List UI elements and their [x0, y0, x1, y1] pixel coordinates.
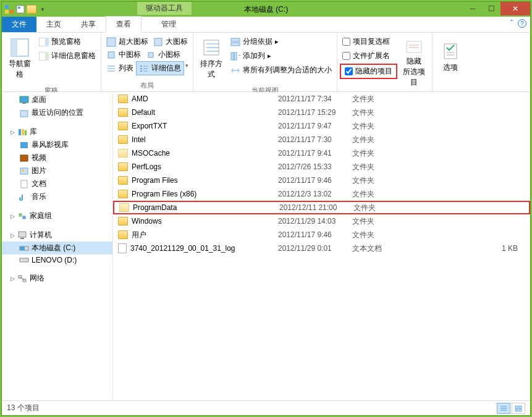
ribbon: 导航窗格 预览窗格 详细信息窗格 窗格 超大图标 大图标 中图标 小图标: [2, 33, 530, 92]
close-button[interactable]: ✕: [500, 2, 530, 15]
nav-network[interactable]: ▷网络: [2, 272, 112, 285]
folder-icon: [118, 190, 128, 198]
tab-file[interactable]: 文件: [2, 17, 36, 32]
svg-rect-54: [19, 232, 26, 237]
large-view-icon[interactable]: [512, 403, 525, 414]
svg-rect-12: [107, 38, 116, 46]
nav-desktop[interactable]: 桌面: [2, 93, 112, 106]
file-row[interactable]: AMD2012/11/17 7:34文件夹: [113, 92, 530, 106]
details-view-icon[interactable]: [497, 403, 510, 414]
folder-icon: [118, 176, 128, 185]
svg-rect-51: [21, 180, 27, 188]
file-type: 文件夹: [352, 189, 414, 200]
folder-icon: [118, 122, 128, 130]
options-button[interactable]: 选项: [435, 35, 466, 79]
nav-pane-button[interactable]: 导航窗格: [4, 35, 35, 82]
file-row[interactable]: Program Files2012/11/17 9:46文件夹: [113, 174, 530, 187]
file-ext-toggle[interactable]: 文件扩展名: [340, 49, 397, 62]
file-icon: [118, 243, 127, 253]
group-label-layout: 布局: [101, 80, 193, 91]
svg-rect-5: [18, 7, 20, 9]
file-type: 文件夹: [352, 148, 414, 159]
item-checkbox-toggle[interactable]: 项目复选框: [340, 35, 397, 48]
details-view-button[interactable]: 详细信息: [136, 61, 184, 75]
svg-rect-19: [140, 65, 142, 67]
ribbon-group-options: 选项: [433, 33, 468, 91]
nav-storm[interactable]: 暴风影视库: [2, 138, 112, 151]
folder-icon: [118, 135, 128, 144]
file-row[interactable]: Intel2012/11/17 7:30文件夹: [113, 133, 530, 146]
file-name: Program Files (x86): [132, 190, 196, 198]
tab-manage[interactable]: 管理: [151, 17, 186, 32]
svg-rect-31: [231, 53, 234, 60]
nav-music[interactable]: 音乐: [2, 190, 112, 203]
file-type: 文件夹: [352, 162, 414, 172]
nav-d-drive[interactable]: LENOVO (D:): [2, 255, 112, 266]
svg-rect-44: [19, 129, 21, 135]
folder-icon: [118, 95, 128, 103]
preview-pane-button[interactable]: 预览窗格: [36, 35, 98, 48]
medium-icons-button[interactable]: 中图标: [104, 48, 143, 61]
details-pane-button[interactable]: 详细信息窗格: [36, 49, 98, 62]
size-columns-button[interactable]: 将所有列调整为合适的大小: [228, 64, 334, 77]
ribbon-group-show-hide: 项目复选框 文件扩展名 隐藏的项目 隐藏 所选项目 显示/隐藏: [337, 33, 433, 91]
nav-computer[interactable]: ▷计算机: [2, 229, 112, 242]
svg-rect-29: [231, 38, 240, 41]
minimize-button[interactable]: ─: [463, 2, 482, 15]
tab-view[interactable]: 查看: [106, 16, 141, 33]
maximize-button[interactable]: ☐: [482, 2, 500, 15]
folder-icon: [118, 230, 128, 239]
file-list[interactable]: AMD2012/11/17 7:34文件夹Default2012/11/17 1…: [113, 92, 530, 400]
file-row[interactable]: 用户2012/11/17 9:46文件夹: [113, 228, 530, 242]
hidden-items-toggle[interactable]: 隐藏的项目: [342, 65, 395, 78]
file-type: 文件夹: [352, 94, 414, 104]
file-name: 用户: [132, 230, 146, 240]
svg-rect-3: [10, 10, 14, 14]
xl-icons-button[interactable]: 超大图标: [104, 35, 151, 48]
svg-rect-35: [407, 41, 421, 53]
file-date: 2012/11/29 14:03: [278, 217, 352, 225]
nav-documents[interactable]: 文档: [2, 177, 112, 190]
folder-icon: [119, 203, 129, 212]
add-columns-button[interactable]: +添加列 ▸: [228, 49, 334, 62]
large-icons-button[interactable]: 大图标: [151, 35, 190, 48]
file-row[interactable]: ExportTXT2012/11/17 9:47文件夹: [113, 119, 530, 133]
folder-icon[interactable]: [27, 4, 36, 14]
minimize-ribbon-icon[interactable]: ˆ: [510, 19, 513, 28]
hide-selected-button[interactable]: 隐藏 所选项目: [399, 35, 429, 90]
file-row[interactable]: Default2012/11/17 15:29文件夹: [113, 106, 530, 119]
file-row[interactable]: MSOCache2012/11/17 9:41文件夹: [113, 146, 530, 160]
file-row[interactable]: ProgramData2012/12/11 21:00文件夹: [113, 201, 530, 214]
file-name: 3740_20121129_00_01_31_log: [130, 244, 235, 253]
nav-c-drive[interactable]: 本地磁盘 (C:): [2, 242, 112, 255]
file-type: 文件夹: [352, 175, 414, 186]
sort-button[interactable]: 排序方式: [196, 35, 227, 82]
tab-home[interactable]: 主页: [36, 17, 71, 32]
svg-rect-14: [108, 52, 114, 58]
nav-homegroup[interactable]: ▷家庭组: [2, 209, 112, 222]
small-icons-button[interactable]: 小图标: [143, 48, 183, 61]
file-type: 文件夹: [353, 203, 415, 213]
properties-icon[interactable]: [15, 4, 25, 14]
file-type: 文件夹: [352, 107, 414, 118]
file-row[interactable]: PerfLogs2012/7/26 15:33文件夹: [113, 160, 530, 174]
file-row[interactable]: Program Files (x86)2012/12/3 13:02文件夹: [113, 187, 530, 201]
file-size: 1 KB: [456, 244, 530, 253]
group-by-button[interactable]: 分组依据 ▸: [228, 35, 334, 48]
nav-recent[interactable]: 最近访问的位置: [2, 106, 112, 119]
tab-share[interactable]: 共享: [71, 17, 106, 32]
nav-libraries[interactable]: ▷库: [2, 125, 112, 138]
file-date: 2012/12/11 21:00: [279, 203, 353, 212]
statusbar: 13 个项目: [2, 400, 530, 415]
svg-point-52: [19, 213, 22, 217]
nav-pane[interactable]: 桌面 最近访问的位置 ▷库 暴风影视库 视频 图片 文档 音乐 ▷家庭组 ▷计算…: [2, 92, 113, 400]
file-row[interactable]: 3740_20121129_00_01_31_log2012/11/29 0:0…: [113, 242, 530, 255]
help-icon[interactable]: ?: [518, 19, 526, 28]
qat-dropdown-icon[interactable]: ▼: [38, 4, 48, 14]
nav-pictures[interactable]: 图片: [2, 164, 112, 177]
file-type: 文件夹: [352, 230, 414, 240]
file-row[interactable]: Windows2012/11/29 14:03文件夹: [113, 214, 530, 228]
nav-videos[interactable]: 视频: [2, 151, 112, 164]
list-button[interactable]: 列表: [104, 61, 136, 75]
svg-rect-57: [20, 246, 25, 250]
